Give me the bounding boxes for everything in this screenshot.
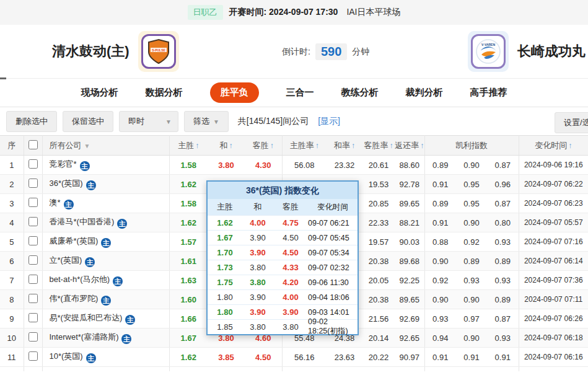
instant-dropdown[interactable]: 即时▼ (119, 111, 178, 132)
home-odds: 1.58 (169, 194, 208, 213)
header-away-rate-label: 客胜率 (364, 141, 388, 150)
sort-up-icon: ↑ (390, 141, 393, 150)
header-away-odds[interactable]: 客胜↑ (245, 136, 282, 156)
tab-5[interactable]: 裁判分析 (406, 87, 443, 99)
home-odds: 1.58 (169, 156, 208, 175)
kelly-away: 0.87 (487, 194, 519, 213)
header-away-rate[interactable]: 客胜率↑ (362, 136, 395, 156)
countdown-value: 590 (315, 43, 347, 60)
row-checkbox[interactable] (29, 275, 38, 284)
row-checkbox[interactable] (29, 351, 38, 361)
popup-change-time: 09-07 05:34 (308, 249, 358, 257)
home-odds: 1.62 (169, 175, 208, 194)
table-row: 1竞彩官*主1.583.804.3056.0823.3220.6188.600.… (0, 156, 588, 175)
kelly-home: 0.88 (424, 232, 456, 252)
sort-up-icon: ↑ (315, 141, 319, 150)
company-name[interactable]: 澳* (50, 198, 61, 207)
company-name[interactable]: 36*(英国) (50, 179, 83, 188)
tab-2[interactable]: 胜平负 (210, 82, 259, 103)
company-cell: 10*(英国)主 (42, 348, 169, 367)
payout-rate: 92.65 (395, 329, 424, 348)
kelly-draw: 0.90 (456, 156, 487, 175)
home-badge-icon: 主 (86, 180, 96, 190)
tab-6[interactable]: 高手推荐 (470, 87, 507, 99)
draw-rate: 23.32 (327, 156, 362, 175)
draw-odds: 3.85 (208, 348, 245, 367)
popup-away-odds: 3.80 (273, 322, 308, 332)
popup-row: 1.733.804.3309-07 02:32 (208, 260, 358, 275)
company-name[interactable]: 竞彩官* (50, 159, 77, 169)
change-time: 2024-09-06 19:16 (519, 156, 588, 175)
popup-home-odds: 1.73 (208, 263, 242, 272)
header-draw-rate-label: 和率 (334, 141, 350, 150)
header-draw-rate[interactable]: 和率↑ (327, 136, 362, 156)
company-name[interactable]: bet-at-h*(马尔他) (50, 275, 110, 284)
header-company[interactable]: 所有公司▼ (42, 136, 169, 156)
delete-selected-button[interactable]: 删除选中 (6, 111, 57, 132)
row-checkbox-cell (24, 252, 42, 271)
sort-up-icon: ↑ (568, 141, 572, 150)
kelly-away: 0.93 (487, 271, 519, 290)
row-checkbox-cell (24, 156, 42, 175)
home-team-name: 清水鼓动(主) (52, 42, 129, 61)
tab-3[interactable]: 三合一 (286, 87, 314, 99)
popup-draw-odds: 3.80 (242, 278, 273, 287)
row-checkbox[interactable] (29, 255, 38, 265)
keep-selected-button[interactable]: 保留选中 (63, 111, 113, 132)
home-badge-icon: 主 (80, 161, 90, 171)
row-checkbox[interactable] (29, 159, 38, 169)
row-checkbox[interactable] (29, 332, 38, 342)
row-checkbox[interactable] (29, 313, 38, 322)
row-checkbox[interactable] (29, 217, 38, 226)
kelly-home: 0.90 (424, 252, 456, 271)
select-all-checkbox[interactable] (29, 140, 38, 149)
header-checkbox-cell (24, 136, 42, 156)
tab-1[interactable]: 数据分析 (146, 87, 183, 99)
row-checkbox[interactable] (29, 198, 38, 207)
v-varen-crest-icon: V·VAREN (471, 34, 506, 69)
kelly-home: 0.92 (424, 271, 456, 290)
header-seq: 序 (0, 136, 24, 156)
header-change-time[interactable]: 变化时间↑ (519, 136, 588, 156)
edge-tick (0, 77, 6, 79)
change-time: 2024-09-07 07:16 (519, 232, 588, 252)
show-link[interactable]: [显示] (318, 116, 340, 127)
row-checkbox[interactable] (29, 179, 38, 188)
tab-0[interactable]: 现场分析 (81, 87, 118, 99)
row-checkbox-cell (24, 290, 42, 309)
popup-header-home: 主胜 (208, 201, 242, 213)
home-odds: 1.67 (169, 329, 208, 348)
header-home-rate[interactable]: 主胜率↑ (282, 136, 327, 156)
row-number: 6 (0, 252, 24, 271)
company-name[interactable]: Interwet*(塞浦路斯) (50, 332, 119, 342)
row-number: 7 (0, 271, 24, 290)
row-checkbox[interactable] (29, 236, 38, 245)
company-name[interactable]: 威廉希*(英国) (50, 236, 99, 245)
filter-toolbar: 删除选中 保留选中 即时▼ 筛选▼ 共[145/145]间公司 [显示] 设置/… (0, 107, 588, 135)
company-name[interactable]: 易*(安提瓜和巴布达) (50, 313, 123, 322)
row-number: 11 (0, 348, 24, 367)
kelly-draw: 0.89 (456, 252, 487, 271)
header-draw-odds[interactable]: 和↑ (208, 136, 245, 156)
company-name[interactable]: 伟*(直布罗陀) (50, 294, 99, 303)
company-count: 共[145/145]间公司 (238, 116, 309, 127)
company-name[interactable]: 10*(英国) (50, 351, 83, 361)
header-payout-rate[interactable]: 返还率↑ (395, 136, 424, 156)
draw-rate: 23.63 (327, 348, 362, 367)
sort-up-icon: ↑ (229, 141, 233, 150)
header-home-odds[interactable]: 主胜↑ (169, 136, 208, 156)
payout-rate: 90.03 (395, 232, 424, 252)
popup-change-time: 09-02 18:25(初指) (308, 317, 358, 337)
tab-4[interactable]: 教练分析 (341, 87, 379, 99)
kelly-draw: 0.95 (456, 194, 487, 213)
popup-change-time: 09-07 06:21 (308, 219, 358, 227)
popup-row: 1.803.904.0009-04 18:06 (208, 289, 358, 304)
row-checkbox[interactable] (29, 294, 38, 303)
company-cell: bet-at-h*(马尔他)主 (42, 271, 169, 290)
away-rate: 21.56 (362, 309, 395, 329)
match-info-bar: 日职乙 开赛时间: 2024-09-07 17:30 IAI日本平球场 (0, 0, 588, 25)
company-name[interactable]: 香港马*(中国香港) (50, 217, 115, 226)
filter-dropdown[interactable]: 筛选▼ (184, 111, 229, 132)
settings-button[interactable]: 设置/选择 (555, 112, 588, 133)
company-name[interactable]: 立*(英国) (50, 255, 82, 265)
